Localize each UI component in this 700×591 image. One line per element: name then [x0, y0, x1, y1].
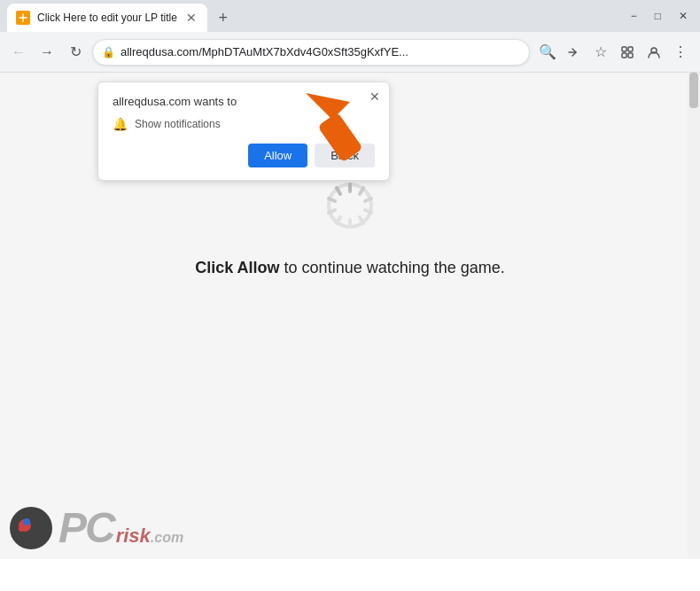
svg-point-21: [23, 518, 30, 525]
bookmark-icon[interactable]: ☆: [588, 40, 613, 65]
arrow-pointer: [301, 89, 372, 168]
tab-close-button[interactable]: ✕: [184, 9, 198, 27]
page-content: ✕ allreqdusa.com wants to 🔔 Show notific…: [0, 73, 700, 559]
svg-line-16: [329, 210, 335, 213]
main-text-bold: Click Allow: [195, 259, 279, 276]
new-tab-button[interactable]: +: [211, 5, 236, 30]
watermark: PC risk .com: [9, 503, 183, 552]
window-controls: − □ ✕: [626, 8, 693, 24]
omnibar: ← → ↻ 🔒 allreqdusa.com/MphDTAuMtX7bXdv4G…: [0, 32, 700, 73]
menu-icon[interactable]: ⋮: [668, 40, 693, 65]
svg-rect-2: [628, 47, 633, 51]
svg-rect-3: [622, 53, 626, 58]
spinner-container: Click Allow to continue watching the gam…: [195, 179, 505, 277]
address-bar[interactable]: 🔒 allreqdusa.com/MphDTAuMtX7bXdv4G0xSft3…: [92, 39, 530, 66]
minimize-button[interactable]: −: [626, 8, 642, 24]
svg-rect-7: [317, 112, 363, 162]
search-icon[interactable]: 🔍: [535, 40, 560, 65]
back-button[interactable]: ←: [7, 41, 30, 64]
popup-show-notifications: Show notifications: [135, 118, 221, 130]
brand-pc: PC: [58, 503, 114, 552]
svg-rect-4: [628, 53, 633, 58]
main-text-rest: to continue watching the game.: [280, 259, 505, 276]
scrollbar[interactable]: [688, 73, 700, 559]
tab-title: Click Here to edit your LP title: [37, 12, 177, 24]
pcrisk-logo-icon: [9, 506, 53, 550]
brand-domain: .com: [151, 530, 183, 546]
svg-line-11: [365, 198, 371, 201]
bell-icon: 🔔: [113, 117, 128, 131]
forward-button[interactable]: →: [35, 41, 58, 64]
svg-line-12: [365, 210, 371, 213]
tab-favicon: [16, 11, 30, 25]
extension-icon[interactable]: [615, 40, 640, 65]
pcrisk-text: PC risk .com: [58, 503, 183, 552]
allow-button[interactable]: Allow: [248, 144, 307, 167]
title-bar: Click Here to edit your LP title ✕ + − □…: [0, 0, 700, 32]
svg-point-19: [10, 507, 52, 549]
profile-icon[interactable]: [642, 40, 666, 65]
share-icon[interactable]: [562, 40, 587, 65]
svg-line-17: [329, 198, 335, 201]
brand-risk: risk: [116, 525, 151, 548]
main-text: Click Allow to continue watching the gam…: [195, 259, 505, 277]
svg-point-22: [19, 526, 24, 532]
url-text: allreqdusa.com/MphDTAuMtX7bXdv4G0xSft35g…: [121, 45, 520, 58]
lock-icon: 🔒: [102, 46, 115, 58]
loading-spinner: [323, 179, 377, 232]
svg-rect-1: [622, 47, 626, 51]
reload-button[interactable]: ↻: [64, 41, 87, 64]
maximize-button[interactable]: □: [649, 8, 666, 24]
scrollbar-thumb[interactable]: [689, 73, 698, 108]
close-button[interactable]: ✕: [673, 8, 693, 24]
svg-marker-6: [306, 93, 350, 120]
omnibar-icons: 🔍 ☆ ⋮: [535, 40, 693, 65]
browser-tab[interactable]: Click Here to edit your LP title ✕: [7, 4, 207, 32]
